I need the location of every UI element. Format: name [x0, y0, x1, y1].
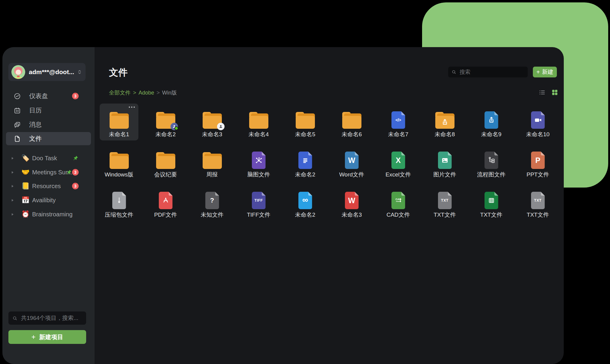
file-tile[interactable]: 脑图文件 — [239, 144, 278, 181]
file-label: TXT文件 — [480, 212, 503, 218]
unread-badge: 3 — [72, 93, 79, 99]
file-tile[interactable]: 未命名2 — [286, 144, 325, 181]
expand-arrow-icon[interactable] — [10, 170, 15, 175]
file-tile[interactable]: 未命名10 — [518, 104, 557, 140]
folder-tile[interactable]: 会议纪要 — [146, 144, 185, 181]
list-view-toggle[interactable] — [538, 89, 546, 96]
project-item[interactable]: 📅Availibity — [6, 194, 91, 207]
file-tile[interactable]: CADCAD文件 — [379, 184, 418, 221]
expand-arrow-icon[interactable] — [10, 184, 15, 188]
new-project-button[interactable]: + 新建项目 — [8, 330, 86, 344]
file-tile[interactable]: TIFFTIFF文件 — [239, 184, 278, 221]
file-icon: W — [345, 192, 359, 209]
expand-arrow-icon[interactable] — [10, 198, 15, 203]
file-label: TXT文件 — [527, 212, 549, 218]
main-content: 文件 + 新建 全部文件 > Adobe > Win版 — [95, 47, 564, 364]
new-file-button[interactable]: + 新建 — [533, 67, 557, 77]
sidebar-item-files[interactable]: 文件 — [6, 132, 91, 145]
user-account-switcher[interactable]: adm***@doot... — [8, 63, 86, 81]
file-tile[interactable]: TXTTXT文件 — [518, 184, 557, 221]
file-icon — [531, 111, 545, 129]
sidebar-item-dashboard[interactable]: 仪表盘3 — [6, 89, 91, 103]
project-item[interactable]: 🏷️Doo Task — [6, 152, 91, 165]
file-tile[interactable]: TXT文件 — [472, 184, 511, 221]
file-search — [448, 67, 528, 77]
folder-tile[interactable]: 未命名6 — [332, 104, 371, 140]
file-tile[interactable]: ∞未命名2 — [286, 184, 325, 221]
sidebar-item-calendar[interactable]: 日历 — [6, 104, 91, 117]
file-label: 未命名5 — [295, 131, 316, 137]
chevron-up-down-icon — [77, 69, 83, 75]
folder-tile[interactable]: 未命名1 — [100, 104, 138, 140]
sidebar-item-messages[interactable]: 消息 — [6, 118, 91, 131]
dashboard-icon — [14, 92, 21, 100]
sidebar-item-label: 日历 — [29, 106, 42, 115]
file-tile[interactable]: </>未命名7 — [379, 104, 418, 140]
file-icon — [112, 192, 126, 209]
mindmap-icon — [252, 152, 266, 169]
file-label: 压缩包文件 — [105, 212, 133, 218]
file-type-glyph: </> — [391, 111, 405, 129]
sidebar: adm***@doot... 仪表盘3日历消息文件 🏷️Doo Task🤝Mee… — [2, 47, 95, 364]
table-icon — [485, 192, 498, 209]
folder-icon — [249, 112, 268, 129]
folder-icon — [156, 152, 175, 169]
folder-tile[interactable]: 未命名4 — [239, 104, 278, 140]
plus-icon: + — [31, 333, 35, 341]
zip-icon — [112, 192, 126, 209]
file-tile[interactable]: 图片文件 — [425, 144, 464, 181]
folder-tile[interactable]: Windows版 — [100, 144, 138, 181]
doc-lines-icon — [298, 152, 312, 169]
folder-tile[interactable]: 未命名8 — [425, 104, 464, 140]
folder-icon — [110, 152, 129, 169]
grid-view-toggle[interactable] — [551, 89, 559, 96]
file-label: 未命名10 — [526, 131, 549, 137]
expand-arrow-icon[interactable] — [10, 156, 15, 161]
file-type-glyph: P — [531, 152, 545, 169]
folder-tile[interactable]: 未命名3 — [193, 104, 231, 140]
project-item[interactable]: 🤝Meetings Sum...3 — [6, 166, 91, 179]
file-icon: </> — [391, 111, 405, 129]
search-icon — [451, 69, 457, 75]
breadcrumb-all-files[interactable]: 全部文件 — [109, 89, 131, 96]
sidebar-search — [8, 311, 86, 325]
breadcrumb-adobe[interactable]: Adobe — [139, 90, 154, 96]
file-icon: TIFF — [252, 192, 266, 209]
breadcrumb: 全部文件 > Adobe > Win版 — [109, 89, 177, 96]
breadcrumb-separator: > — [157, 90, 160, 96]
file-tile[interactable]: WWord文件 — [332, 144, 371, 181]
folder-tile[interactable]: 未命名5 — [286, 104, 325, 140]
file-icon: X — [391, 152, 405, 169]
file-label: 脑图文件 — [247, 171, 270, 178]
expand-arrow-icon[interactable] — [10, 212, 15, 217]
folder-tile[interactable]: 未命名2 — [146, 104, 185, 140]
file-tile[interactable]: 流程图文件 — [472, 144, 511, 181]
file-search-input[interactable] — [459, 69, 530, 76]
file-tile[interactable]: PPPT文件 — [518, 144, 557, 181]
project-item[interactable]: 📒Resources3 — [6, 179, 91, 193]
sidebar-item-label: 消息 — [29, 120, 42, 129]
plus-icon: + — [536, 69, 540, 75]
more-icon[interactable] — [129, 107, 135, 108]
folder-tile[interactable]: 周报 — [193, 144, 231, 181]
file-tile[interactable]: 压缩包文件 — [100, 184, 138, 221]
file-tile[interactable]: 未命名9 — [472, 104, 511, 140]
project-emoji-icon: ⏰ — [21, 210, 30, 218]
file-tile[interactable]: ?未知文件 — [193, 184, 231, 221]
folder-icon — [342, 112, 361, 129]
project-search-input[interactable] — [20, 314, 95, 322]
file-tile[interactable]: W未命名3 — [332, 184, 371, 221]
search-icon — [12, 315, 18, 321]
project-label: Brainstroaming — [32, 211, 73, 218]
file-type-glyph: ∞ — [298, 192, 312, 209]
file-tile[interactable]: PDF文件 — [146, 184, 185, 221]
file-tile[interactable]: TXTTXT文件 — [425, 184, 464, 221]
project-item[interactable]: ⏰Brainstroaming — [6, 208, 91, 221]
calendar-icon — [14, 107, 21, 114]
folder-icon — [156, 112, 175, 129]
file-label: PPT文件 — [527, 171, 549, 178]
file-type-glyph: TXT — [531, 192, 545, 209]
pin-icon — [73, 155, 78, 161]
file-icon — [438, 152, 452, 169]
file-tile[interactable]: XExcel文件 — [379, 144, 418, 181]
